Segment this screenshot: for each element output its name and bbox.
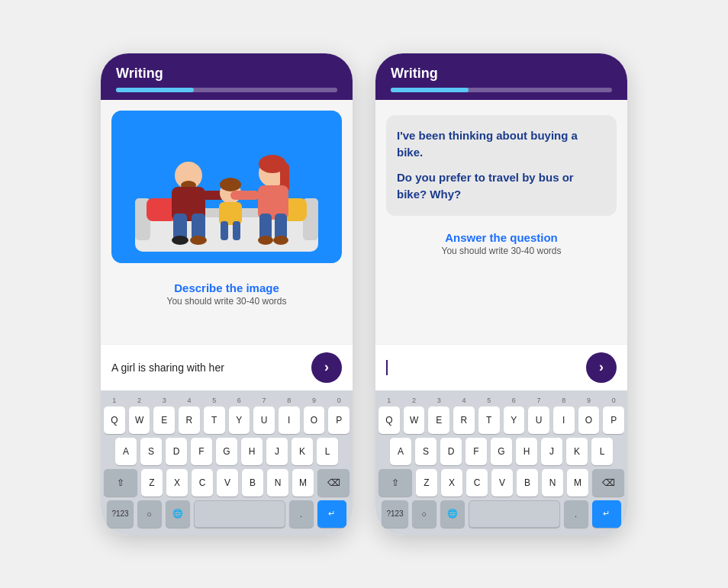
phone2-row1: Q W E R T Y U I O P: [378, 406, 624, 434]
key2-i[interactable]: I: [553, 406, 575, 434]
key2-n[interactable]: N: [542, 469, 563, 496]
key2-period[interactable]: .: [564, 500, 588, 528]
key2-e[interactable]: E: [428, 406, 449, 434]
phone1-row3: ⇧ Z X C V B N M ⌫: [104, 469, 350, 496]
key-r[interactable]: R: [179, 406, 200, 434]
key-h[interactable]: H: [241, 438, 263, 465]
phone2-para1: I've been thinking about buying a bike.: [397, 127, 606, 162]
key-space[interactable]: [194, 500, 285, 528]
key2-m[interactable]: M: [567, 469, 588, 496]
svg-point-12: [172, 236, 188, 245]
key2-l[interactable]: L: [591, 438, 613, 465]
key-d[interactable]: D: [166, 438, 187, 465]
key2-f[interactable]: F: [465, 438, 487, 465]
key2-o[interactable]: O: [578, 406, 600, 434]
key2-t[interactable]: T: [478, 406, 500, 434]
key2-num-switch[interactable]: ?123: [382, 500, 407, 528]
phone2-keyboard: 1 2 3 4 5 6 7 8 9 0 Q W E R T Y U I O: [375, 390, 627, 535]
key2-circle[interactable]: ○: [412, 500, 436, 528]
phone2-body: I've been thinking about buying a bike. …: [375, 100, 627, 344]
phone1-keyboard: 1 2 3 4 5 6 7 8 9 0 Q W E R T Y U I O: [101, 390, 353, 535]
key-circle[interactable]: ○: [137, 500, 162, 528]
phone2-question-text: I've been thinking about buying a bike. …: [397, 127, 606, 204]
key2-k[interactable]: K: [566, 438, 588, 465]
key-g[interactable]: G: [216, 438, 237, 465]
key-delete[interactable]: ⌫: [317, 469, 350, 496]
phone1-num-hints: 1 2 3 4 5 6 7 8 9 0: [104, 397, 350, 404]
key2-w[interactable]: W: [404, 406, 425, 434]
phone2-progress-bg: [391, 88, 612, 92]
key-j[interactable]: J: [266, 438, 288, 465]
phone1-image-card: [111, 111, 342, 263]
key-m[interactable]: M: [292, 469, 314, 496]
phone2-num-hints: 1 2 3 4 5 6 7 8 9 0: [378, 397, 624, 404]
key-v[interactable]: V: [217, 469, 238, 496]
key-s[interactable]: S: [140, 438, 162, 465]
key2-s[interactable]: S: [415, 438, 436, 465]
key-n[interactable]: N: [267, 469, 288, 496]
key2-enter[interactable]: ↵: [592, 500, 621, 528]
key2-u[interactable]: U: [528, 406, 549, 434]
key2-p[interactable]: P: [603, 406, 624, 434]
key-a[interactable]: A: [115, 438, 137, 465]
svg-point-27: [273, 236, 288, 245]
key-c[interactable]: C: [192, 469, 213, 496]
key2-a[interactable]: A: [390, 438, 411, 465]
phone2-text-input[interactable]: [386, 360, 578, 375]
phone1-header: Writing: [101, 53, 353, 100]
key2-delete[interactable]: ⌫: [592, 469, 624, 496]
key-shift[interactable]: ⇧: [104, 469, 137, 496]
key-period[interactable]: .: [289, 500, 314, 528]
key2-v[interactable]: V: [491, 469, 513, 496]
key2-b[interactable]: B: [517, 469, 538, 496]
phone1-instruction-sub: You should write 30-40 words: [111, 296, 342, 307]
phone-1: Writing: [101, 53, 353, 535]
svg-point-26: [258, 236, 273, 245]
key-x[interactable]: X: [166, 469, 188, 496]
key-globe[interactable]: 🌐: [166, 500, 190, 528]
key-y[interactable]: Y: [229, 406, 250, 434]
key-b[interactable]: B: [242, 469, 263, 496]
svg-rect-19: [233, 221, 240, 240]
key-t[interactable]: T: [204, 406, 225, 434]
key-num-switch[interactable]: ?123: [107, 500, 133, 528]
phone1-text-input[interactable]: [111, 360, 304, 375]
key-p[interactable]: P: [328, 406, 350, 434]
key-i[interactable]: I: [279, 406, 300, 434]
phone1-progress-bg: [116, 88, 337, 92]
key-f[interactable]: F: [191, 438, 212, 465]
key-q[interactable]: Q: [104, 406, 125, 434]
key-enter[interactable]: ↵: [317, 500, 346, 528]
phone1-input-area: ›: [101, 344, 353, 390]
key-w[interactable]: W: [129, 406, 150, 434]
key2-g[interactable]: G: [491, 438, 512, 465]
key-l[interactable]: L: [317, 438, 338, 465]
key2-j[interactable]: J: [541, 438, 562, 465]
key-u[interactable]: U: [253, 406, 275, 434]
key2-h[interactable]: H: [516, 438, 537, 465]
key2-d[interactable]: D: [440, 438, 462, 465]
phone-2: Writing I've been thinking about buying …: [375, 53, 627, 535]
phone1-instruction-title: Describe the image: [111, 281, 342, 294]
key2-r[interactable]: R: [453, 406, 475, 434]
key-z[interactable]: Z: [141, 469, 163, 496]
key-k[interactable]: K: [292, 438, 313, 465]
key2-shift[interactable]: ⇧: [378, 469, 412, 496]
key-e[interactable]: E: [153, 406, 175, 434]
key2-globe[interactable]: 🌐: [440, 500, 465, 528]
key2-c[interactable]: C: [466, 469, 488, 496]
key2-y[interactable]: Y: [504, 406, 525, 434]
key2-space[interactable]: [469, 500, 560, 528]
key2-x[interactable]: X: [441, 469, 462, 496]
phone1-send-button[interactable]: ›: [311, 352, 342, 383]
svg-point-13: [190, 236, 207, 245]
phone2-row2: A S D F G H J K L: [378, 438, 624, 465]
key2-q[interactable]: Q: [378, 406, 400, 434]
key2-z[interactable]: Z: [416, 469, 437, 496]
phone2-send-button[interactable]: ›: [586, 352, 617, 383]
phone2-question-card: I've been thinking about buying a bike. …: [386, 115, 617, 216]
key-o[interactable]: O: [304, 406, 325, 434]
svg-rect-28: [230, 191, 259, 200]
family-illustration: [111, 111, 342, 263]
phone1-title: Writing: [116, 66, 337, 82]
